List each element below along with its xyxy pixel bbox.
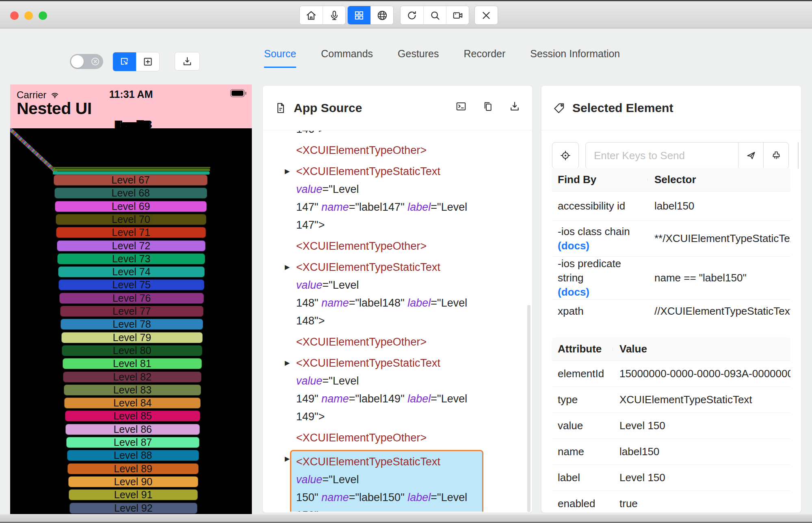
video-camera-button[interactable]	[446, 6, 469, 24]
zoom-window-button[interactable]	[39, 11, 47, 20]
device-screenshot[interactable]: Level 67Level 68Level 69Level 70Level 71…	[10, 84, 252, 514]
download-screenshot-button[interactable]	[175, 52, 200, 71]
level-bar[interactable]: Level 90	[68, 476, 198, 487]
level-bar[interactable]: Level 74	[58, 266, 205, 277]
locate-element-button[interactable]	[552, 142, 579, 169]
copy-button[interactable]	[482, 100, 494, 115]
source-node[interactable]: <XCUIElementTypeOther>	[285, 429, 528, 447]
home-icon	[305, 9, 317, 22]
globe-icon	[376, 9, 388, 22]
home-button[interactable]	[300, 6, 323, 24]
level-bar[interactable]: Level 88	[67, 450, 199, 461]
attribute-name: name	[552, 445, 613, 458]
find-by-selector-value: //XCUIElementTypeStaticText[@n	[648, 305, 790, 318]
source-node[interactable]: ▶<XCUIElementTypeStaticText value="Level…	[285, 450, 528, 512]
microphone-icon	[328, 9, 340, 22]
attribute-name: label	[552, 471, 613, 484]
expand-arrow-icon[interactable]: ▶	[285, 354, 296, 426]
clear-field-button[interactable]	[764, 142, 789, 169]
refresh-button[interactable]	[401, 6, 423, 24]
source-node-text: <XCUIElementTypeStaticText value="Level1…	[296, 162, 489, 234]
source-node[interactable]: <XCUIElementTypeOther>	[285, 237, 528, 255]
tab-gestures[interactable]: Gestures	[398, 48, 439, 68]
level-bar[interactable]: Level 85	[65, 411, 200, 421]
add-element-button[interactable]	[136, 52, 159, 71]
level-bar[interactable]: Level 76	[59, 293, 204, 304]
level-bar[interactable]: Level 72	[57, 240, 206, 251]
source-scrollbar[interactable]	[527, 305, 531, 512]
download-button[interactable]	[509, 100, 521, 115]
select-element-icon	[119, 56, 130, 67]
minimize-window-button[interactable]	[24, 11, 33, 20]
docs-link[interactable]: (docs)	[558, 240, 589, 252]
docs-link[interactable]: (docs)	[558, 286, 589, 298]
attribute-row: name label150	[552, 439, 790, 465]
grid-icon	[353, 9, 365, 22]
microphone-button[interactable]	[323, 6, 345, 24]
source-node-text: <XCUIElementTypeOther>	[296, 237, 489, 255]
find-by-selector-value: name == "label150"	[648, 272, 790, 284]
tab-source[interactable]: Source	[264, 48, 296, 68]
expand-arrow-icon[interactable]: ▶	[285, 258, 296, 330]
level-bar[interactable]: Level 84	[64, 398, 201, 408]
source-tree[interactable]: 146"><XCUIElementTypeOther>▶<XCUIElement…	[263, 131, 528, 512]
source-node[interactable]: ▶<XCUIElementTypeStaticText value="Level…	[285, 162, 528, 234]
level-bar[interactable]: Level 70	[56, 214, 206, 225]
level-bar[interactable]: Level 78	[61, 319, 203, 330]
level-bar[interactable]: Level 68	[54, 188, 207, 199]
level-bar[interactable]: Level 81	[63, 358, 202, 369]
level-bar[interactable]: Level 73	[57, 253, 205, 264]
attribute-value: 15000000-0000-0000-093A-000000000	[613, 367, 790, 380]
level-bar[interactable]: Level 79	[61, 332, 203, 343]
attribute-value: Level 150	[613, 471, 790, 484]
source-node[interactable]: <XCUIElementTypeOther>	[285, 141, 528, 159]
toggle-knob	[71, 55, 84, 68]
globe-button[interactable]	[370, 6, 393, 24]
app-source-actions	[455, 100, 521, 115]
level-bar[interactable]: Level 69	[55, 201, 207, 212]
level-bar[interactable]: Level 89	[67, 463, 199, 474]
level-bar[interactable]: Level 82	[63, 372, 201, 383]
source-node[interactable]: ▶<XCUIElementTypeStaticText value="Level…	[285, 258, 528, 330]
close-window-button[interactable]	[10, 11, 19, 20]
tab-session-information[interactable]: Session Information	[530, 48, 620, 68]
grid-button[interactable]	[348, 6, 370, 24]
source-node[interactable]: 146">	[285, 131, 528, 138]
source-node-text: <XCUIElementTypeStaticText value="Level1…	[296, 354, 489, 426]
select-element-button[interactable]	[113, 52, 136, 71]
level-bar[interactable]: Level 75	[58, 279, 204, 290]
level-bar[interactable]: Level 92	[69, 503, 197, 514]
video-camera-icon	[452, 9, 464, 22]
attribute-name: enabled	[552, 497, 613, 510]
battery-icon	[230, 89, 247, 97]
tab-commands[interactable]: Commands	[321, 48, 373, 68]
close-button[interactable]	[475, 6, 498, 24]
copy-attributes-button[interactable]	[798, 143, 799, 169]
send-keys-button[interactable]	[738, 142, 764, 169]
source-node[interactable]: ▶<XCUIElementTypeStaticText value="Level…	[285, 354, 528, 426]
toolbar-group	[299, 6, 346, 25]
level-bar[interactable]: Level 91	[69, 489, 198, 500]
terminal-button[interactable]	[455, 100, 467, 115]
find-by-row: -ios class chain(docs)**/XCUIElementType…	[552, 220, 790, 256]
level-bar[interactable]: Level 83	[64, 385, 201, 395]
nested-levels-funnel	[10, 128, 58, 174]
screenshot-interaction-toggle[interactable]	[70, 54, 103, 69]
level-bar[interactable]: Level 71	[56, 227, 206, 238]
tab-recorder[interactable]: Recorder	[463, 48, 505, 68]
level-bar[interactable]: Level 77	[60, 306, 204, 317]
send-keys-input[interactable]	[585, 142, 738, 169]
level-bar[interactable]: Level 86	[65, 424, 200, 435]
expand-arrow-icon[interactable]: ▶	[285, 162, 296, 234]
app-source-panel: App Source 146"><XCUIElementTypeOther>▶<…	[262, 85, 533, 513]
attribute-row: enabled true	[552, 491, 790, 513]
level-bar[interactable]: Level 87	[66, 437, 199, 448]
find-by-strategy: xpath	[552, 304, 648, 318]
selected-source-node-text: <XCUIElementTypeStaticText value="Level1…	[290, 450, 483, 512]
attribute-row: elementId 15000000-0000-0000-093A-000000…	[552, 361, 790, 387]
level-bar[interactable]: Level 67	[54, 175, 208, 186]
source-node[interactable]: <XCUIElementTypeOther>	[285, 333, 528, 351]
level-bar[interactable]: Level 80	[62, 345, 202, 356]
add-element-icon	[142, 56, 154, 67]
search-button[interactable]	[423, 6, 446, 24]
